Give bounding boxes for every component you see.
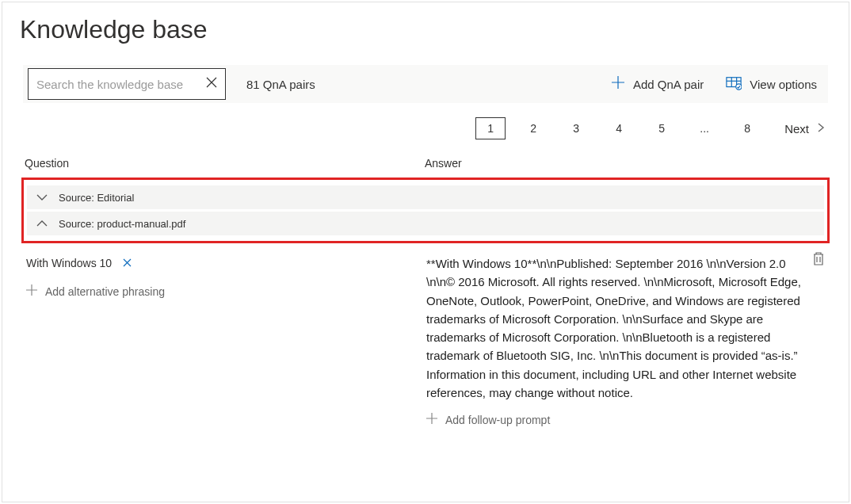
page-4[interactable]: 4 (604, 117, 634, 139)
chevron-right-icon (817, 122, 825, 135)
delete-icon[interactable] (812, 251, 825, 269)
followup-label: Add follow-up prompt (445, 414, 550, 426)
source-row-product-manual[interactable]: Source: product-manual.pdf (27, 212, 824, 235)
view-options-label: View options (750, 78, 817, 91)
next-label: Next (784, 122, 809, 136)
question-chip[interactable]: With Windows 10 (26, 254, 132, 272)
col-question: Question (25, 157, 425, 170)
answer-col: **With Windows 10**\n\nPublished: Septem… (426, 254, 825, 426)
add-alt-label: Add alternative phrasing (45, 285, 165, 298)
page-5[interactable]: 5 (647, 117, 677, 139)
col-answer: Answer (425, 157, 462, 170)
add-qna-label: Add QnA pair (633, 78, 704, 91)
page-2[interactable]: 2 (518, 117, 548, 139)
add-followup-prompt[interactable]: Add follow-up prompt (426, 413, 825, 426)
view-options-icon (726, 76, 742, 93)
search-input[interactable] (36, 78, 206, 91)
page-3[interactable]: 3 (561, 117, 591, 139)
page-1[interactable]: 1 (475, 117, 506, 139)
highlighted-sources: Source: Editorial Source: product-manual… (21, 178, 830, 243)
question-text: With Windows 10 (26, 257, 112, 269)
plus-icon (26, 283, 37, 300)
column-headers: Question Answer (20, 157, 831, 170)
page-next[interactable]: Next (784, 122, 825, 136)
add-alternative-phrasing[interactable]: Add alternative phrasing (26, 283, 426, 300)
remove-question-icon[interactable] (123, 258, 132, 269)
page-8[interactable]: 8 (732, 117, 762, 139)
app-frame: Knowledge base 81 QnA pairs Add QnA pair… (2, 2, 849, 502)
page-title: Knowledge base (20, 15, 831, 44)
answer-text[interactable]: **With Windows 10**\n\nPublished: Septem… (426, 254, 825, 402)
source-label: Source: Editorial (59, 192, 134, 204)
toolbar: 81 QnA pairs Add QnA pair View options (23, 65, 828, 103)
pagination: 1 2 3 4 5 ... 8 Next (20, 117, 825, 139)
qna-row: With Windows 10 Add alternative phrasing… (20, 254, 831, 426)
search-box[interactable] (28, 68, 226, 100)
clear-search-icon[interactable] (206, 77, 217, 91)
source-label: Source: product-manual.pdf (59, 218, 185, 230)
plus-icon (426, 413, 437, 426)
source-row-editorial[interactable]: Source: Editorial (27, 185, 824, 209)
plus-icon (611, 75, 625, 94)
question-col: With Windows 10 Add alternative phrasing (26, 254, 426, 426)
page-ellipsis: ... (689, 117, 719, 139)
add-qna-pair-button[interactable]: Add QnA pair (600, 65, 715, 103)
qna-count: 81 QnA pairs (246, 78, 315, 91)
chevron-up-icon (36, 216, 48, 231)
chevron-down-icon (36, 190, 48, 204)
view-options-button[interactable]: View options (715, 65, 828, 103)
